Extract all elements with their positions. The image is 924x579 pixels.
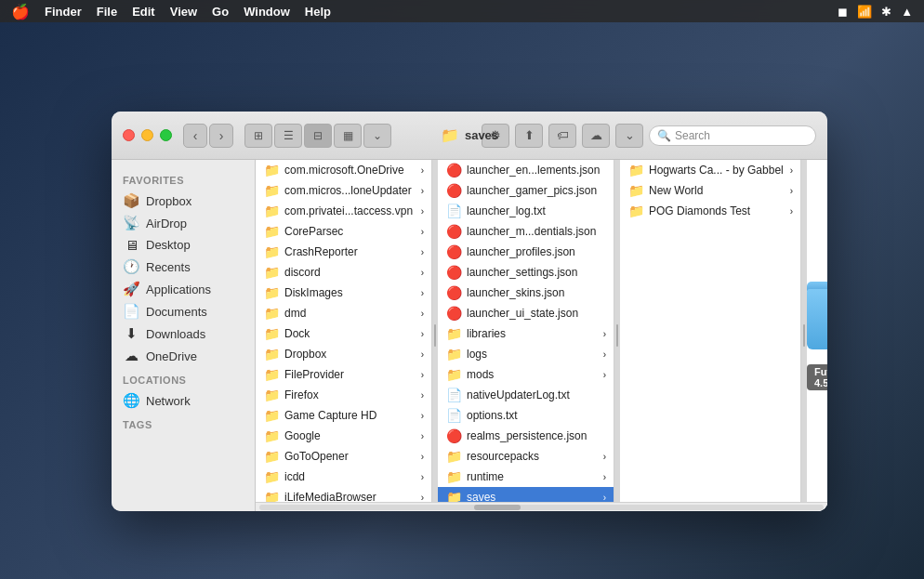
column-resize-handle-1[interactable] xyxy=(432,160,438,511)
list-item[interactable]: 📄 options.txt xyxy=(438,405,614,426)
list-item[interactable]: 📁 Google › xyxy=(256,426,431,446)
list-item[interactable]: 📁 Dropbox › xyxy=(256,344,431,364)
list-item[interactable]: 🔴 launcher_m...dentials.json xyxy=(438,221,614,242)
chevron-right-icon: › xyxy=(603,472,606,482)
applications-icon: 🚀 xyxy=(123,281,139,297)
list-item[interactable]: 📁 com.privatei...taccess.vpn › xyxy=(256,201,431,221)
list-item[interactable]: 📁 CoreParsec › xyxy=(256,221,431,242)
network-icon[interactable]: 📶 xyxy=(857,5,872,19)
view-options-button[interactable]: ⌄ xyxy=(363,124,391,148)
menubar-view[interactable]: View xyxy=(170,5,197,19)
list-item[interactable]: 📁 Game Capture HD › xyxy=(256,405,431,426)
folder-icon: 📁 xyxy=(445,326,462,341)
search-placeholder: Search xyxy=(675,129,710,142)
maximize-button[interactable] xyxy=(160,129,172,141)
horizontal-scrollbar[interactable] xyxy=(256,502,827,511)
network-sidebar-icon: 🌐 xyxy=(123,392,139,409)
list-item[interactable]: 📁 GoToOpener › xyxy=(256,446,431,467)
sidebar-item-network[interactable]: 🌐 Network xyxy=(112,389,255,412)
cloud-menu-button[interactable]: ⌄ xyxy=(615,124,643,148)
cloud-button[interactable]: ☁ xyxy=(582,124,610,148)
sidebar-item-airdrop[interactable]: 📡 AirDrop xyxy=(112,212,255,234)
toolbar-right: ⚙ ⬆ 🏷 ☁ ⌄ 🔍 Search xyxy=(482,124,816,148)
gallery-view-button[interactable]: ▦ xyxy=(334,124,362,148)
list-item[interactable]: 📁 Firefox › xyxy=(256,385,431,405)
sidebar-item-desktop[interactable]: 🖥 Desktop xyxy=(112,234,255,256)
airdrop-icon: 📡 xyxy=(123,215,139,231)
sidebar-item-recents[interactable]: 🕐 Recents xyxy=(112,256,255,278)
folder-icon: 📁 xyxy=(263,408,280,423)
preview-folder: Future CITY 4.5 xyxy=(807,282,827,390)
sidebar-item-dropbox[interactable]: 📦 Dropbox xyxy=(112,190,255,212)
sidebar-item-downloads[interactable]: ⬇ Downloads xyxy=(112,322,255,345)
list-item[interactable]: 📁 FileProvider › xyxy=(256,364,431,385)
list-item[interactable]: 📁 Dock › xyxy=(256,323,431,344)
chevron-right-icon: › xyxy=(790,165,793,176)
list-item[interactable]: 📁 com.microsoft.OneDrive › xyxy=(256,160,431,180)
minimize-button[interactable] xyxy=(141,129,153,141)
list-item[interactable]: 📁 POG Diamonds Test › xyxy=(620,201,800,221)
list-item[interactable]: 📁 DiskImages › xyxy=(256,283,431,303)
search-box[interactable]: 🔍 Search xyxy=(649,125,816,146)
list-item[interactable]: 📁 icdd › xyxy=(256,467,431,487)
list-item[interactable]: 🔴 launcher_profiles.json xyxy=(438,242,614,262)
menubar-go[interactable]: Go xyxy=(212,5,229,19)
icon-view-button[interactable]: ⊞ xyxy=(244,124,272,148)
json-icon: 🔴 xyxy=(445,163,462,178)
list-item[interactable]: 📁 com.micros...loneUpdater › xyxy=(256,180,431,201)
list-item[interactable]: 🔴 realms_persistence.json xyxy=(438,426,614,446)
menubar-file[interactable]: File xyxy=(97,5,117,19)
share-button[interactable]: ⬆ xyxy=(515,124,543,148)
folder-icon: 📁 xyxy=(263,285,280,300)
close-button[interactable] xyxy=(123,129,135,141)
menubar-edit[interactable]: Edit xyxy=(132,5,155,19)
favorites-section-title: Favorites xyxy=(112,167,255,190)
bluetooth-icon[interactable]: ✱ xyxy=(881,5,891,19)
list-item[interactable]: 🔴 launcher_settings.json xyxy=(438,262,614,283)
tag-button[interactable]: 🏷 xyxy=(548,124,576,148)
sidebar-item-documents[interactable]: 📄 Documents xyxy=(112,300,255,322)
list-item[interactable]: 📁 logs › xyxy=(438,344,614,364)
folder-icon: 📁 xyxy=(263,183,280,198)
list-item[interactable]: 📁 libraries › xyxy=(438,323,614,344)
chevron-right-icon: › xyxy=(421,329,424,339)
list-item-new-world[interactable]: 📁 New World › xyxy=(620,180,800,201)
list-item[interactable]: 🔴 launcher_gamer_pics.json xyxy=(438,180,614,201)
sidebar: Favorites 📦 Dropbox 📡 AirDrop 🖥 Desktop … xyxy=(112,160,256,511)
back-button[interactable]: ‹ xyxy=(183,124,207,148)
list-item[interactable]: 📁 Hogwarts Ca... - by Gabbel › xyxy=(620,160,800,180)
sidebar-item-applications[interactable]: 🚀 Applications xyxy=(112,278,255,300)
list-item[interactable]: 📄 nativeUpdaterLog.txt xyxy=(438,385,614,405)
folder-icon: 📁 xyxy=(263,326,280,341)
folder-icon: 📁 xyxy=(627,183,644,198)
sidebar-item-onedrive[interactable]: ☁ OneDrive xyxy=(112,345,255,367)
chevron-right-icon: › xyxy=(603,452,606,462)
list-item[interactable]: 📁 discord › xyxy=(256,262,431,283)
scrollbar-thumb[interactable] xyxy=(474,505,521,510)
apple-menu[interactable]: 🍎 xyxy=(11,3,30,20)
list-item[interactable]: 🔴 launcher_en...lements.json xyxy=(438,160,614,180)
list-item[interactable]: 📁 runtime › xyxy=(438,467,614,487)
onedrive-icon: ☁ xyxy=(123,348,139,364)
list-item[interactable]: 📁 dmd › xyxy=(256,303,431,323)
list-item[interactable]: 🔴 launcher_skins.json xyxy=(438,283,614,303)
list-item[interactable]: 📁 CrashReporter › xyxy=(256,242,431,262)
list-item[interactable]: 🔴 launcher_ui_state.json xyxy=(438,303,614,323)
folder-icon: 📁 xyxy=(263,449,280,464)
wifi-icon[interactable]: ▲ xyxy=(901,5,913,19)
column-view-button[interactable]: ⊟ xyxy=(304,124,332,148)
list-view-button[interactable]: ☰ xyxy=(274,124,302,148)
chevron-right-icon: › xyxy=(421,349,424,360)
menubar-window[interactable]: Window xyxy=(244,5,290,19)
chevron-right-icon: › xyxy=(421,472,424,482)
menubar-help[interactable]: Help xyxy=(305,5,331,19)
folder-icon: 📁 xyxy=(445,347,462,362)
menubar-finder[interactable]: Finder xyxy=(45,5,82,19)
list-item[interactable]: 📁 mods › xyxy=(438,364,614,385)
forward-button[interactable]: › xyxy=(209,124,233,148)
list-item[interactable]: 📁 resourcepacks › xyxy=(438,446,614,467)
chevron-right-icon: › xyxy=(421,370,424,380)
column-resize-handle-2[interactable] xyxy=(614,160,620,511)
dropbox-icon[interactable]: ◼ xyxy=(838,5,848,19)
list-item[interactable]: 📄 launcher_log.txt xyxy=(438,201,614,221)
